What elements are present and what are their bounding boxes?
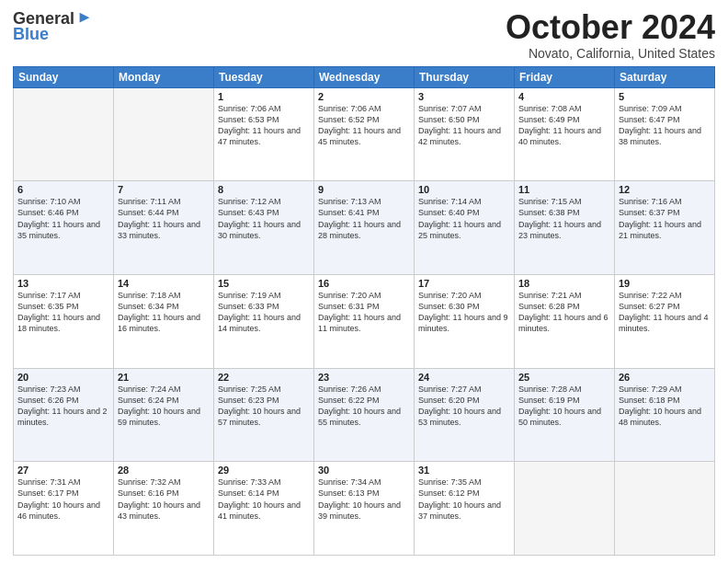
day-cell: 5Sunrise: 7:09 AM Sunset: 6:47 PM Daylig… [615, 87, 715, 181]
header-sunday: Sunday [14, 66, 114, 87]
day-cell: 12Sunrise: 7:16 AM Sunset: 6:37 PM Dayli… [615, 181, 715, 275]
day-cell [515, 462, 615, 556]
title-block: October 2024 Novato, California, United … [506, 9, 715, 61]
day-info: Sunrise: 7:34 AM Sunset: 6:13 PM Dayligh… [318, 477, 410, 522]
day-info: Sunrise: 7:06 AM Sunset: 6:52 PM Dayligh… [318, 103, 410, 148]
day-cell: 9Sunrise: 7:13 AM Sunset: 6:41 PM Daylig… [314, 181, 415, 275]
day-info: Sunrise: 7:15 AM Sunset: 6:38 PM Dayligh… [518, 196, 610, 241]
day-cell: 8Sunrise: 7:12 AM Sunset: 6:43 PM Daylig… [214, 181, 314, 275]
day-info: Sunrise: 7:09 AM Sunset: 6:47 PM Dayligh… [619, 103, 711, 148]
day-cell: 6Sunrise: 7:10 AM Sunset: 6:46 PM Daylig… [14, 181, 114, 275]
day-cell: 7Sunrise: 7:11 AM Sunset: 6:44 PM Daylig… [114, 181, 214, 275]
day-cell [14, 87, 114, 181]
day-info: Sunrise: 7:17 AM Sunset: 6:35 PM Dayligh… [17, 290, 109, 335]
day-number: 1 [218, 91, 310, 102]
header-thursday: Thursday [415, 66, 515, 87]
week-row-3: 13Sunrise: 7:17 AM Sunset: 6:35 PM Dayli… [14, 274, 715, 368]
day-number: 27 [17, 465, 109, 476]
day-cell: 28Sunrise: 7:32 AM Sunset: 6:16 PM Dayli… [114, 462, 214, 556]
day-cell: 23Sunrise: 7:26 AM Sunset: 6:22 PM Dayli… [314, 368, 415, 462]
day-info: Sunrise: 7:21 AM Sunset: 6:28 PM Dayligh… [518, 290, 610, 335]
day-number: 16 [318, 278, 410, 289]
day-number: 31 [418, 465, 510, 476]
day-cell: 11Sunrise: 7:15 AM Sunset: 6:38 PM Dayli… [515, 181, 615, 275]
day-cell: 29Sunrise: 7:33 AM Sunset: 6:14 PM Dayli… [214, 462, 314, 556]
day-info: Sunrise: 7:07 AM Sunset: 6:50 PM Dayligh… [418, 103, 510, 148]
header-friday: Friday [515, 66, 615, 87]
day-number: 26 [619, 372, 711, 383]
day-info: Sunrise: 7:20 AM Sunset: 6:30 PM Dayligh… [418, 290, 510, 335]
day-cell: 27Sunrise: 7:31 AM Sunset: 6:17 PM Dayli… [14, 462, 114, 556]
day-number: 23 [318, 372, 410, 383]
day-number: 10 [418, 184, 510, 195]
day-info: Sunrise: 7:10 AM Sunset: 6:46 PM Dayligh… [17, 196, 109, 241]
day-info: Sunrise: 7:06 AM Sunset: 6:53 PM Dayligh… [218, 103, 310, 148]
day-cell [114, 87, 214, 181]
day-cell: 19Sunrise: 7:22 AM Sunset: 6:27 PM Dayli… [615, 274, 715, 368]
header-saturday: Saturday [615, 66, 715, 87]
week-row-4: 20Sunrise: 7:23 AM Sunset: 6:26 PM Dayli… [14, 368, 715, 462]
day-number: 3 [418, 91, 510, 102]
page: General Blue October 2024 Novato, Califo… [0, 0, 728, 563]
day-number: 15 [218, 278, 310, 289]
day-info: Sunrise: 7:24 AM Sunset: 6:24 PM Dayligh… [118, 384, 210, 429]
day-cell: 18Sunrise: 7:21 AM Sunset: 6:28 PM Dayli… [515, 274, 615, 368]
day-info: Sunrise: 7:12 AM Sunset: 6:43 PM Dayligh… [218, 196, 310, 241]
day-number: 20 [17, 372, 109, 383]
day-cell: 25Sunrise: 7:28 AM Sunset: 6:19 PM Dayli… [515, 368, 615, 462]
day-info: Sunrise: 7:18 AM Sunset: 6:34 PM Dayligh… [118, 290, 210, 335]
day-number: 17 [418, 278, 510, 289]
day-number: 29 [218, 465, 310, 476]
day-info: Sunrise: 7:20 AM Sunset: 6:31 PM Dayligh… [318, 290, 410, 335]
day-cell: 22Sunrise: 7:25 AM Sunset: 6:23 PM Dayli… [214, 368, 314, 462]
day-info: Sunrise: 7:33 AM Sunset: 6:14 PM Dayligh… [218, 477, 310, 522]
day-number: 6 [17, 184, 109, 195]
day-cell: 2Sunrise: 7:06 AM Sunset: 6:52 PM Daylig… [314, 87, 415, 181]
day-info: Sunrise: 7:08 AM Sunset: 6:49 PM Dayligh… [518, 103, 610, 148]
day-cell: 10Sunrise: 7:14 AM Sunset: 6:40 PM Dayli… [415, 181, 515, 275]
day-info: Sunrise: 7:25 AM Sunset: 6:23 PM Dayligh… [218, 384, 310, 429]
day-cell: 1Sunrise: 7:06 AM Sunset: 6:53 PM Daylig… [214, 87, 314, 181]
title-month: October 2024 [506, 9, 715, 46]
day-number: 14 [118, 278, 210, 289]
day-info: Sunrise: 7:26 AM Sunset: 6:22 PM Dayligh… [318, 384, 410, 429]
day-number: 7 [118, 184, 210, 195]
header-monday: Monday [114, 66, 214, 87]
day-cell: 4Sunrise: 7:08 AM Sunset: 6:49 PM Daylig… [515, 87, 615, 181]
calendar-table: Sunday Monday Tuesday Wednesday Thursday… [13, 66, 715, 556]
day-number: 21 [118, 372, 210, 383]
day-number: 13 [17, 278, 109, 289]
day-number: 8 [218, 184, 310, 195]
day-info: Sunrise: 7:32 AM Sunset: 6:16 PM Dayligh… [118, 477, 210, 522]
day-cell [615, 462, 715, 556]
day-info: Sunrise: 7:27 AM Sunset: 6:20 PM Dayligh… [418, 384, 510, 429]
day-number: 9 [318, 184, 410, 195]
logo-blue: Blue [13, 25, 49, 44]
day-info: Sunrise: 7:23 AM Sunset: 6:26 PM Dayligh… [17, 384, 109, 429]
header-tuesday: Tuesday [214, 66, 314, 87]
day-cell: 21Sunrise: 7:24 AM Sunset: 6:24 PM Dayli… [114, 368, 214, 462]
day-info: Sunrise: 7:16 AM Sunset: 6:37 PM Dayligh… [619, 196, 711, 241]
day-info: Sunrise: 7:19 AM Sunset: 6:33 PM Dayligh… [218, 290, 310, 335]
logo-flag-icon [76, 11, 93, 28]
day-number: 25 [518, 372, 610, 383]
day-info: Sunrise: 7:28 AM Sunset: 6:19 PM Dayligh… [518, 384, 610, 429]
day-cell: 26Sunrise: 7:29 AM Sunset: 6:18 PM Dayli… [615, 368, 715, 462]
day-number: 11 [518, 184, 610, 195]
svg-marker-0 [80, 12, 90, 22]
day-number: 4 [518, 91, 610, 102]
calendar-header-row: Sunday Monday Tuesday Wednesday Thursday… [14, 66, 715, 87]
day-cell: 31Sunrise: 7:35 AM Sunset: 6:12 PM Dayli… [415, 462, 515, 556]
day-number: 2 [318, 91, 410, 102]
week-row-2: 6Sunrise: 7:10 AM Sunset: 6:46 PM Daylig… [14, 181, 715, 275]
day-number: 28 [118, 465, 210, 476]
title-location: Novato, California, United States [506, 46, 715, 61]
header-wednesday: Wednesday [314, 66, 415, 87]
day-number: 19 [619, 278, 711, 289]
day-cell: 13Sunrise: 7:17 AM Sunset: 6:35 PM Dayli… [14, 274, 114, 368]
day-info: Sunrise: 7:31 AM Sunset: 6:17 PM Dayligh… [17, 477, 109, 522]
day-cell: 3Sunrise: 7:07 AM Sunset: 6:50 PM Daylig… [415, 87, 515, 181]
day-number: 30 [318, 465, 410, 476]
day-info: Sunrise: 7:13 AM Sunset: 6:41 PM Dayligh… [318, 196, 410, 241]
week-row-5: 27Sunrise: 7:31 AM Sunset: 6:17 PM Dayli… [14, 462, 715, 556]
